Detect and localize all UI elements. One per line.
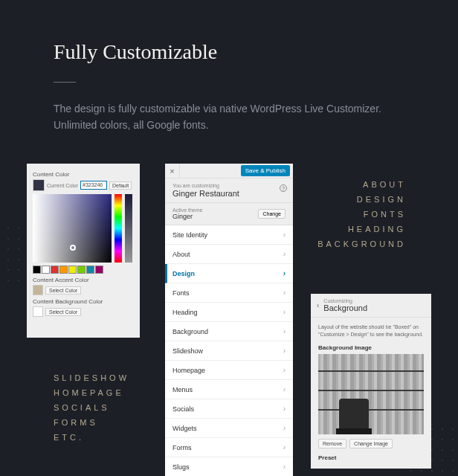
divider — [54, 82, 76, 83]
alpha-slider[interactable] — [125, 194, 132, 263]
chevron-right-icon: › — [283, 289, 286, 297]
chevron-right-icon: › — [283, 347, 286, 355]
change-image-button[interactable]: Change Image — [349, 439, 393, 448]
customizer-section-design[interactable]: Design› — [165, 264, 293, 283]
section-label: Design — [172, 270, 195, 277]
content-color-label: Content Color — [33, 171, 134, 178]
section-label: Fonts — [172, 289, 190, 297]
swatch[interactable] — [95, 266, 103, 274]
chevron-right-icon: › — [283, 463, 286, 471]
section-label: About — [172, 251, 190, 258]
swatch[interactable] — [59, 266, 68, 274]
customizer-section-menus[interactable]: Menus› — [165, 380, 293, 399]
color-handle[interactable] — [70, 245, 76, 251]
current-color-swatch[interactable] — [33, 179, 45, 191]
chevron-right-icon: › — [283, 424, 286, 432]
section-label: Slugs — [172, 463, 190, 471]
chevron-right-icon: › — [283, 250, 286, 258]
accent-swatch[interactable] — [33, 285, 43, 295]
customizer-section-fonts[interactable]: Fonts› — [165, 283, 293, 303]
customizing-label: Customizing — [323, 298, 367, 303]
shelf-line — [318, 370, 424, 372]
list-item: DESIGN — [317, 192, 406, 207]
save-publish-button[interactable]: Save & Publish — [241, 165, 290, 176]
list-item: SLIDESHOW — [54, 370, 129, 385]
close-button[interactable]: × — [165, 164, 180, 178]
section-label: Menus — [172, 386, 193, 393]
list-item: FONTS — [317, 207, 406, 222]
chevron-right-icon: › — [283, 327, 286, 335]
preset-label: Preset — [311, 451, 431, 461]
section-label: Slideshow — [172, 347, 203, 355]
customizer-section-widgets[interactable]: Widgets› — [165, 419, 293, 438]
customizer-section-forms[interactable]: Forms› — [165, 438, 293, 457]
swatch[interactable] — [68, 266, 77, 274]
select-color-button[interactable]: Select Color — [45, 286, 81, 295]
you-are-label: You are customizing — [172, 183, 286, 188]
chevron-right-icon: › — [283, 366, 286, 374]
section-label: Socials — [172, 405, 194, 413]
feature-list-right: ABOUT DESIGN FONTS HEADING BACKGROUND — [317, 177, 406, 251]
back-button[interactable]: ‹ — [317, 301, 319, 309]
list-item: ETC. — [54, 430, 129, 445]
swatch[interactable] — [33, 266, 41, 274]
customizer-section-slugs[interactable]: Slugs› — [165, 457, 293, 476]
section-label: Heading — [172, 309, 198, 316]
list-item: HOMEPAGE — [54, 385, 129, 400]
bg-color-label: Content Background Color — [33, 298, 134, 305]
page-title: Fully Customizable — [54, 40, 404, 64]
section-note: Layout of the website should be "Boxed" … — [311, 318, 431, 344]
section-title: Background — [323, 303, 367, 312]
shelf-line — [318, 390, 424, 391]
default-button[interactable]: Default — [109, 181, 132, 190]
customizer-section-socials[interactable]: Socials› — [165, 399, 293, 419]
bg-image-preview[interactable] — [318, 354, 424, 434]
remove-button[interactable]: Remove — [318, 439, 346, 448]
customizer-section-slideshow[interactable]: Slideshow› — [165, 341, 293, 361]
current-color-label: Current Color — [47, 183, 78, 188]
section-label: Site Identity — [172, 231, 207, 239]
customizer-section-background[interactable]: Background› — [165, 322, 293, 341]
chevron-right-icon: › — [283, 385, 286, 393]
color-picker-panel: Content Color Current Color #323246 Defa… — [27, 164, 140, 338]
swatch[interactable] — [51, 266, 59, 274]
change-theme-button[interactable]: Change — [258, 209, 286, 219]
customizer-section-heading[interactable]: Heading› — [165, 303, 293, 322]
chevron-right-icon: › — [283, 269, 286, 277]
customizer-section-site-identity[interactable]: Site Identity› — [165, 225, 293, 245]
background-panel: ‹ Customizing Background Layout of the w… — [311, 294, 431, 469]
shelf-line — [318, 409, 424, 411]
feature-list-left: SLIDESHOW HOMEPAGE SOCIALS FORMS ETC. — [54, 370, 129, 445]
page-description: The design is fully customizable via nat… — [54, 100, 404, 134]
swatch[interactable] — [86, 266, 94, 274]
hero: Fully Customizable The design is fully c… — [0, 0, 458, 134]
preset-swatches — [33, 266, 134, 274]
swatch[interactable] — [42, 266, 50, 274]
bg-image-label: Background Image — [311, 344, 431, 354]
bg-swatch[interactable] — [33, 306, 43, 317]
list-item: BACKGROUND — [317, 237, 406, 251]
swatch[interactable] — [77, 266, 86, 274]
color-field[interactable] — [33, 194, 112, 263]
chevron-right-icon: › — [283, 443, 286, 451]
active-theme-name: Ginger — [172, 213, 202, 220]
list-item: SOCIALS — [54, 400, 129, 415]
section-label: Homepage — [172, 367, 205, 374]
hex-input[interactable]: #323246 — [80, 181, 107, 190]
list-item: ABOUT — [317, 177, 406, 192]
list-item: FORMS — [54, 415, 129, 430]
chevron-right-icon: › — [283, 308, 286, 316]
hue-slider[interactable] — [115, 194, 122, 263]
chevron-right-icon: › — [283, 405, 286, 413]
customizer-site-title: Ginger Restaurant — [172, 189, 286, 198]
list-item: HEADING — [317, 222, 406, 237]
customizer-section-homepage[interactable]: Homepage› — [165, 361, 293, 380]
section-label: Forms — [172, 444, 192, 451]
section-label: Widgets — [172, 425, 197, 432]
help-icon[interactable]: ? — [280, 184, 287, 192]
select-color-button[interactable]: Select Color — [45, 308, 81, 316]
customizer-nav-panel: × Save & Publish You are customizing Gin… — [165, 164, 293, 476]
chair-shape — [339, 399, 369, 434]
customizer-section-about[interactable]: About› — [165, 245, 293, 264]
accent-color-label: Content Accent Color — [33, 277, 134, 283]
